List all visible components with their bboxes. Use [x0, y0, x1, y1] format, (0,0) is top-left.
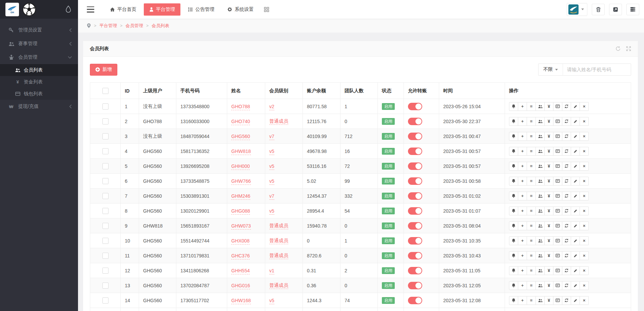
add-sub-button[interactable]: +: [518, 296, 527, 305]
reset-button[interactable]: [562, 177, 571, 186]
nav-item-platform-management[interactable]: 平台管理: [144, 3, 180, 16]
sidebar-item-funds-list[interactable]: ¥ 资金列表: [0, 76, 78, 88]
funds-button[interactable]: ¥: [544, 102, 553, 111]
team-button[interactable]: [535, 147, 545, 156]
wallet-button[interactable]: [553, 192, 562, 200]
detail-button[interactable]: ≡: [527, 102, 536, 111]
funds-button[interactable]: ¥: [544, 177, 553, 186]
sidebar-item-member-list[interactable]: 会员列表: [0, 64, 78, 76]
delete-button[interactable]: ×: [580, 221, 589, 230]
delete-button[interactable]: ×: [580, 147, 589, 156]
edit-button[interactable]: [571, 117, 580, 126]
team-button[interactable]: [535, 177, 545, 186]
funds-button[interactable]: ¥: [544, 236, 553, 245]
edit-button[interactable]: [571, 207, 580, 215]
wallet-button[interactable]: [553, 207, 562, 215]
transfer-toggle[interactable]: [408, 133, 422, 140]
breadcrumb-link[interactable]: 会员列表: [152, 23, 169, 29]
export-button[interactable]: [609, 4, 622, 15]
row-checkbox[interactable]: [102, 223, 109, 229]
funds-button[interactable]: ¥: [544, 251, 553, 260]
edit-button[interactable]: [571, 251, 580, 260]
add-sub-button[interactable]: +: [518, 236, 527, 245]
server-button[interactable]: [626, 4, 639, 15]
edit-button[interactable]: [571, 266, 580, 275]
bell-button[interactable]: [509, 117, 518, 126]
delete-button[interactable]: ×: [580, 207, 589, 215]
detail-button[interactable]: ≡: [527, 177, 536, 186]
funds-button[interactable]: ¥: [544, 207, 553, 215]
add-sub-button[interactable]: +: [518, 207, 527, 215]
nav-item-announcement-management[interactable]: 公告管理: [182, 3, 220, 16]
breadcrumb-link[interactable]: 会员管理: [125, 23, 143, 29]
edit-button[interactable]: [571, 236, 580, 245]
wallet-button[interactable]: [553, 132, 562, 141]
edit-button[interactable]: [571, 281, 580, 290]
detail-button[interactable]: ≡: [527, 207, 536, 215]
funds-button[interactable]: ¥: [544, 266, 553, 275]
delete-button[interactable]: ×: [580, 236, 589, 245]
reset-button[interactable]: [562, 236, 571, 245]
member-name-link[interactable]: GHH000: [231, 163, 250, 170]
wallet-button[interactable]: [553, 266, 562, 275]
funds-button[interactable]: ¥: [544, 296, 553, 305]
delete-button[interactable]: ×: [580, 296, 589, 305]
wallet-button[interactable]: [553, 281, 562, 290]
row-checkbox[interactable]: [102, 268, 109, 274]
reset-button[interactable]: [562, 192, 571, 200]
bell-button[interactable]: [509, 296, 518, 305]
member-name-link[interactable]: GHW766: [231, 178, 251, 185]
funds-button[interactable]: ¥: [544, 221, 553, 230]
add-sub-button[interactable]: +: [518, 147, 527, 156]
bell-button[interactable]: [509, 236, 518, 245]
sidebar-item-member-management[interactable]: 会员管理: [0, 51, 78, 64]
detail-button[interactable]: ≡: [527, 296, 536, 305]
detail-button[interactable]: ≡: [527, 221, 536, 230]
detail-button[interactable]: ≡: [527, 251, 536, 260]
member-level-link[interactable]: 普通成员: [269, 238, 288, 244]
team-button[interactable]: [535, 162, 545, 171]
row-checkbox[interactable]: [102, 103, 109, 110]
fullscreen-icon[interactable]: [626, 46, 631, 51]
transfer-toggle[interactable]: [408, 207, 422, 215]
member-name-link[interactable]: GHG016: [231, 283, 250, 289]
member-name-link[interactable]: GHC376: [231, 253, 250, 259]
team-button[interactable]: [535, 236, 545, 245]
add-sub-button[interactable]: +: [518, 132, 527, 141]
team-button[interactable]: [535, 296, 545, 305]
reset-button[interactable]: [562, 251, 571, 260]
team-button[interactable]: [535, 132, 545, 141]
wallet-button[interactable]: [553, 221, 562, 230]
edit-button[interactable]: [571, 132, 580, 141]
transfer-toggle[interactable]: [408, 282, 422, 289]
reset-button[interactable]: [562, 102, 571, 111]
member-level-link[interactable]: v5: [269, 298, 274, 304]
member-level-link[interactable]: 普通成员: [269, 253, 288, 259]
funds-button[interactable]: ¥: [544, 162, 553, 171]
delete-button[interactable]: ×: [580, 192, 589, 200]
row-checkbox[interactable]: [102, 283, 109, 289]
select-all-checkbox[interactable]: [102, 88, 109, 94]
search-input[interactable]: [563, 64, 631, 75]
row-checkbox[interactable]: [102, 163, 109, 169]
transfer-toggle[interactable]: [408, 222, 422, 230]
transfer-toggle[interactable]: [408, 237, 422, 245]
team-button[interactable]: [535, 266, 545, 275]
delete-button[interactable]: ×: [580, 117, 589, 126]
reset-button[interactable]: [562, 281, 571, 290]
member-name-link[interactable]: GHO788: [231, 104, 250, 110]
member-name-link[interactable]: GHW818: [231, 149, 251, 155]
bell-button[interactable]: [509, 162, 518, 171]
detail-button[interactable]: ≡: [527, 147, 536, 156]
team-button[interactable]: [535, 281, 545, 290]
wallet-button[interactable]: [553, 117, 562, 126]
reset-button[interactable]: [562, 207, 571, 215]
member-name-link[interactable]: GHX008: [231, 238, 250, 245]
apps-grid-icon[interactable]: [264, 7, 269, 12]
bell-button[interactable]: [509, 147, 518, 156]
team-button[interactable]: [535, 192, 545, 200]
add-sub-button[interactable]: +: [518, 102, 527, 111]
team-button[interactable]: [535, 102, 545, 111]
row-checkbox[interactable]: [102, 118, 109, 124]
wallet-button[interactable]: [553, 162, 562, 171]
